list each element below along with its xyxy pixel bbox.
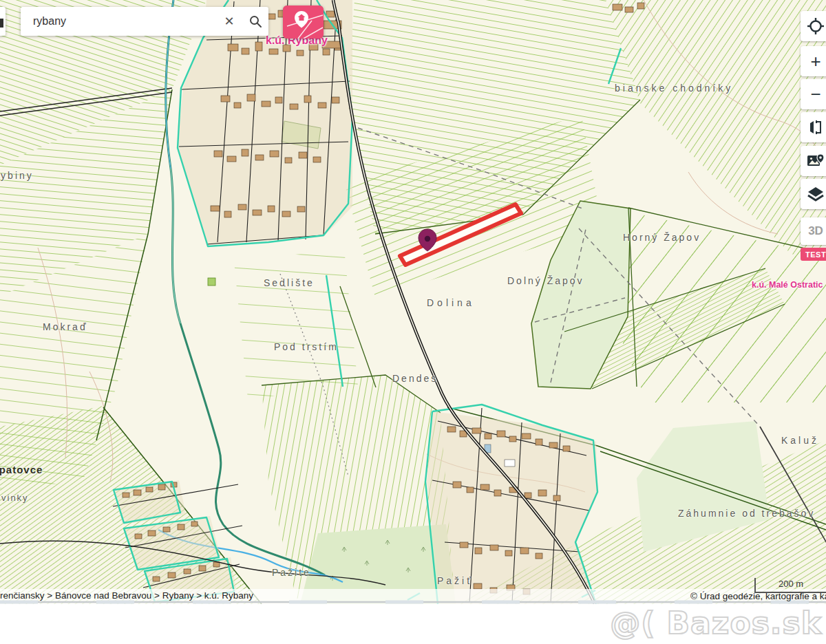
swipe-compare-icon (807, 119, 824, 136)
compare-maps-button[interactable] (801, 112, 826, 142)
search-button[interactable] (242, 7, 268, 36)
watermark: @( Bazos.sk (610, 604, 822, 643)
map-label-vinky: vinky (1, 493, 29, 503)
cadastral-map-app: Sedlište Dolina Pod trstím Dendes Horný … (0, 0, 826, 644)
map-label-pod-trstim: Pod trstím (274, 341, 339, 352)
test-badge-label: TEST (805, 250, 826, 259)
search-input[interactable] (21, 15, 216, 28)
scale-bar: 200 m (754, 578, 826, 593)
map-label-zahumnie: Záhumnie od trebašov (678, 508, 815, 519)
zoom-in-button[interactable]: + (801, 46, 826, 76)
3d-view-button[interactable]: 3D (801, 217, 826, 245)
minus-icon: − (810, 84, 820, 105)
test-badge: TEST (801, 248, 826, 261)
basemap-button[interactable] (801, 146, 826, 176)
breadcrumb[interactable]: renčiansky > Bánovce nad Bebravou > Ryba… (0, 590, 253, 601)
basemap-photo-pin-icon (807, 153, 825, 169)
map-label-horny-zapov: Horný Žapov (623, 232, 701, 243)
map-label-mokrad: Mokraď (43, 321, 88, 332)
map-label-opatovce: Opatovce (0, 464, 43, 475)
search-bar[interactable]: ✕ (21, 7, 268, 36)
bottom-white-strip: @( Bazos.sk (0, 604, 826, 644)
map-label-dolina: Dolina (427, 297, 475, 308)
layers-button[interactable] (801, 179, 826, 209)
3d-label: 3D (808, 224, 823, 238)
map-label-kaluz: Kaluž (781, 435, 819, 446)
map-label-pazit: Pažiť (437, 575, 473, 586)
plus-icon: + (810, 51, 820, 72)
map-viewport[interactable]: Sedlište Dolina Pod trstím Dendes Horný … (0, 0, 826, 604)
map-label-dendes: Dendes (392, 373, 438, 384)
map-label-pazite: Pažite (272, 567, 311, 578)
map-label-sedliste: Sedlište (264, 277, 315, 288)
map-label-rybiny: Rybiny (0, 170, 34, 181)
locate-me-button[interactable] (801, 11, 826, 41)
map-label-ku-male-ostratice: k.ú. Malé Ostratic (752, 280, 823, 290)
clear-search-button[interactable]: ✕ (216, 7, 242, 36)
zoom-out-button[interactable]: − (801, 79, 826, 109)
layers-icon (807, 186, 825, 202)
map-label-chodniky: bianske chodníky (615, 83, 733, 94)
menu-icon (0, 19, 3, 28)
search-icon (248, 14, 262, 28)
map-label-dolny-zapov: Dolný Žapov (507, 275, 584, 286)
map-extent-thumbnail-button[interactable] (283, 6, 324, 39)
close-icon: ✕ (224, 14, 234, 29)
map-pin-thumbnail-icon (283, 6, 324, 39)
gps-locate-icon (807, 17, 825, 35)
